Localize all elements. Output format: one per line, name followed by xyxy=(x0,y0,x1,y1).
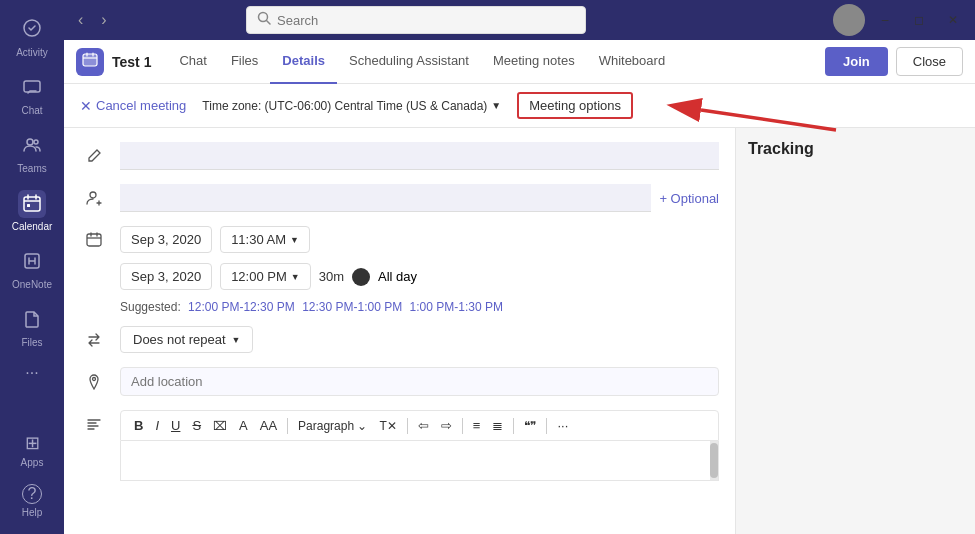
meeting-title: Test 1 xyxy=(112,54,151,70)
attendee-input[interactable] xyxy=(120,184,651,212)
nav-forward-button[interactable]: › xyxy=(95,9,112,31)
tab-details[interactable]: Details xyxy=(270,40,337,84)
tab-whiteboard[interactable]: Whiteboard xyxy=(587,40,677,84)
end-date-button[interactable]: Sep 3, 2020 xyxy=(120,263,212,290)
suggested-time-2[interactable]: 12:30 PM-1:00 PM xyxy=(302,300,402,314)
sidebar-item-label-apps: Apps xyxy=(21,457,44,468)
minimize-button[interactable]: – xyxy=(871,6,899,34)
svg-rect-5 xyxy=(27,204,30,207)
bold-button[interactable]: B xyxy=(129,415,148,436)
editor-scrollbar[interactable] xyxy=(710,441,718,480)
bullet-list-button[interactable]: ≡ xyxy=(468,415,486,436)
more-options-button[interactable]: ··· xyxy=(552,415,573,436)
italic-button[interactable]: I xyxy=(150,415,164,436)
chat-icon xyxy=(22,77,42,99)
optional-link[interactable]: + Optional xyxy=(659,191,719,206)
clear-format-button[interactable]: ⌧ xyxy=(208,416,232,436)
sidebar-item-chat[interactable]: Chat xyxy=(0,66,64,124)
tab-chat[interactable]: Chat xyxy=(167,40,218,84)
nav-buttons: ‹ › xyxy=(72,9,113,31)
attendee-row: + Optional xyxy=(120,184,719,212)
tab-scheduling-assistant[interactable]: Scheduling Assistant xyxy=(337,40,481,84)
sidebar-item-files[interactable]: Files xyxy=(0,298,64,356)
numbered-list-button[interactable]: ≣ xyxy=(487,415,508,436)
form-panel: + Optional Sep 3, xyxy=(64,128,735,534)
sidebar-item-label-onenote: OneNote xyxy=(12,279,52,290)
paragraph-button[interactable]: Paragraph ⌄ xyxy=(293,416,372,436)
sidebar-item-onenote[interactable]: OneNote xyxy=(0,240,64,298)
editor-toolbar: B I U S ⌧ A AA Paragraph ⌄ T✕ ⇦ xyxy=(120,410,719,441)
datetime-row-end: Sep 3, 2020 12:00 PM ▼ 30m All day xyxy=(120,263,719,290)
svg-point-9 xyxy=(90,192,96,198)
form-row-title xyxy=(80,136,719,176)
strikethrough-button[interactable]: S xyxy=(187,415,206,436)
content-area: + Optional Sep 3, xyxy=(64,128,975,534)
toolbar-divider-5 xyxy=(546,418,547,434)
form-row-location xyxy=(80,361,719,402)
start-date-button[interactable]: Sep 3, 2020 xyxy=(120,226,212,253)
search-bar[interactable] xyxy=(246,6,586,34)
chat-icon-wrap xyxy=(18,74,46,102)
nav-back-button[interactable]: ‹ xyxy=(72,9,89,31)
close-app-button[interactable]: ✕ xyxy=(939,6,967,34)
datetime-icon xyxy=(80,232,108,248)
person-add-icon xyxy=(80,190,108,206)
user-avatar[interactable] xyxy=(833,4,865,36)
repeat-button[interactable]: Does not repeat ▼ xyxy=(120,326,253,353)
start-time-button[interactable]: 11:30 AM ▼ xyxy=(220,226,310,253)
calendar-icon xyxy=(22,193,42,215)
indent-increase-button[interactable]: ⇨ xyxy=(436,415,457,436)
teams-icon xyxy=(22,135,42,157)
onenote-icon xyxy=(22,251,42,273)
sidebar-item-calendar[interactable]: Calendar xyxy=(0,182,64,240)
sidebar-item-label-activity: Activity xyxy=(16,47,48,58)
allday-label: All day xyxy=(378,269,417,284)
tab-meeting-notes[interactable]: Meeting notes xyxy=(481,40,587,84)
tab-actions: Join Close xyxy=(825,47,963,76)
suggested-row: Suggested: 12:00 PM-12:30 PM 12:30 PM-1:… xyxy=(80,298,719,318)
cancel-meeting-button[interactable]: ✕ Cancel meeting xyxy=(80,98,186,114)
sidebar: Activity Chat Teams xyxy=(0,0,64,534)
location-input[interactable] xyxy=(120,367,719,396)
repeat-icon xyxy=(80,332,108,348)
form-row-attendees: + Optional xyxy=(80,178,719,218)
sidebar-item-activity[interactable]: Activity xyxy=(0,8,64,66)
font-size-button[interactable]: AA xyxy=(255,415,282,436)
meeting-title-input[interactable] xyxy=(120,142,719,170)
end-time-button[interactable]: 12:00 PM ▼ xyxy=(220,263,311,290)
sidebar-item-label-calendar: Calendar xyxy=(12,221,53,232)
editor-scrollbar-thumb[interactable] xyxy=(710,443,718,478)
sidebar-item-more[interactable]: ··· xyxy=(0,356,64,390)
editor-area[interactable] xyxy=(120,441,719,481)
editor-icon xyxy=(80,410,108,432)
repeat-container: Does not repeat ▼ xyxy=(120,326,719,353)
underline-button[interactable]: U xyxy=(166,415,185,436)
join-button[interactable]: Join xyxy=(825,47,888,76)
restore-button[interactable]: ◻ xyxy=(905,6,933,34)
text-align-button[interactable]: T✕ xyxy=(374,416,401,436)
meeting-options-button[interactable]: Meeting options xyxy=(517,92,633,119)
sidebar-item-apps[interactable]: ⊞ Apps xyxy=(0,424,64,476)
allday-toggle[interactable] xyxy=(352,268,370,286)
editor-container: B I U S ⌧ A AA Paragraph ⌄ T✕ ⇦ xyxy=(120,410,719,481)
tracking-panel: Tracking xyxy=(735,128,975,534)
title-field-container xyxy=(120,142,719,170)
sidebar-item-teams[interactable]: Teams xyxy=(0,124,64,182)
title-bar-right: – ◻ ✕ xyxy=(833,4,967,36)
tab-files[interactable]: Files xyxy=(219,40,270,84)
calendar-icon-wrap xyxy=(18,190,46,218)
suggested-time-3[interactable]: 1:00 PM-1:30 PM xyxy=(410,300,503,314)
more-icon: ··· xyxy=(25,364,38,382)
search-input[interactable] xyxy=(277,13,575,28)
close-meeting-button[interactable]: Close xyxy=(896,47,963,76)
suggested-time-1[interactable]: 12:00 PM-12:30 PM xyxy=(188,300,295,314)
timezone-button[interactable]: Time zone: (UTC-06:00) Central Time (US … xyxy=(194,95,509,117)
sidebar-item-label-files: Files xyxy=(21,337,42,348)
quote-button[interactable]: ❝❞ xyxy=(519,416,541,436)
indent-decrease-button[interactable]: ⇦ xyxy=(413,415,434,436)
suggested-label: Suggested: xyxy=(120,300,181,314)
sidebar-item-help[interactable]: ? Help xyxy=(0,476,64,526)
font-color-button[interactable]: A xyxy=(234,415,253,436)
onenote-icon-wrap xyxy=(18,248,46,276)
calendar-tab-icon xyxy=(82,52,98,71)
